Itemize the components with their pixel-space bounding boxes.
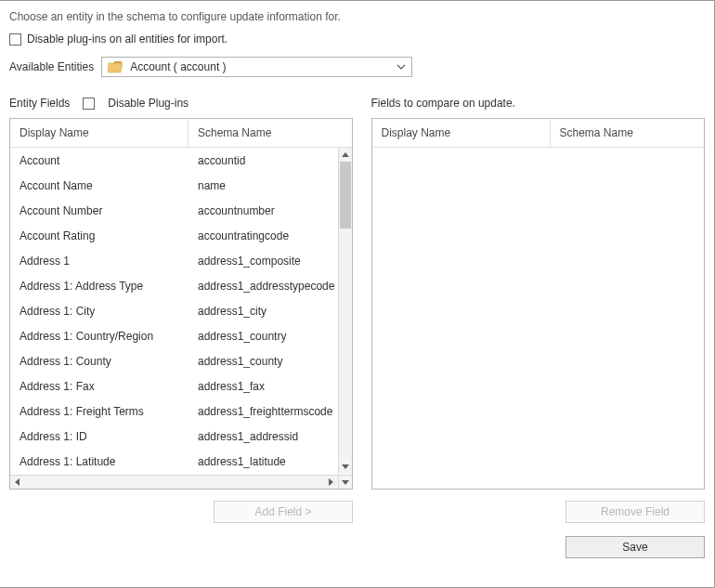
columns: Entity Fields Disable Plug-ins Display N… [9, 94, 705, 490]
entity-fields-head: Display Name Schema Name [10, 119, 352, 148]
cell-schema-name: address1_addressid [188, 430, 337, 443]
table-row[interactable]: Address 1: Freight Termsaddress1_freight… [10, 399, 337, 424]
disable-plugins-label: Disable Plug-ins [108, 97, 188, 110]
cell-display-name: Address 1: County [10, 355, 188, 368]
table-row[interactable]: Account Numberaccountnumber [10, 198, 337, 223]
cell-schema-name: address1_city [188, 305, 337, 318]
cell-display-name: Account Name [10, 179, 188, 192]
vertical-scrollbar[interactable] [338, 148, 352, 474]
cell-schema-name: address1_county [188, 355, 337, 368]
compare-fields-head: Display Name Schema Name [372, 119, 705, 148]
instruction-text: Choose an entity in the schema to config… [9, 10, 705, 23]
actions-row: Add Field > Remove Field [9, 501, 705, 523]
folder-icon [108, 60, 123, 73]
cell-schema-name: accountid [188, 154, 337, 167]
cell-display-name: Address 1: Freight Terms [10, 405, 188, 418]
table-row[interactable]: Address 1: Latitudeaddress1_latitude [10, 449, 337, 474]
horizontal-scrollbar[interactable] [10, 475, 338, 489]
config-window: Choose an entity in the schema to config… [0, 0, 715, 588]
cell-schema-name: address1_country [188, 330, 337, 343]
table-row[interactable]: Account Ratingaccountratingcode [10, 223, 337, 248]
cell-schema-name: address1_addresstypecode [188, 280, 337, 293]
right-column: Fields to compare on update. Display Nam… [371, 94, 706, 490]
table-row[interactable]: Address 1: Faxaddress1_fax [10, 373, 337, 399]
table-row[interactable]: Address 1: Cityaddress1_city [10, 298, 337, 323]
cell-schema-name: accountratingcode [188, 229, 337, 242]
cell-display-name: Address 1 [10, 255, 188, 268]
disable-all-plugins-checkbox[interactable] [9, 33, 21, 46]
cell-display-name: Address 1: Latitude [10, 455, 188, 468]
scroll-up-button[interactable] [339, 148, 352, 162]
disable-all-plugins-row: Disable plug-ins on all entities for imp… [9, 33, 705, 46]
compare-fields-title: Fields to compare on update. [371, 97, 515, 110]
table-row[interactable]: Address 1: IDaddress1_addressid [10, 424, 337, 449]
col-schema-name-right[interactable]: Schema Name [551, 119, 705, 147]
cell-schema-name: address1_composite [188, 255, 337, 268]
scroll-down-button[interactable] [339, 460, 352, 474]
cell-display-name: Address 1: ID [10, 430, 188, 443]
entity-fields-title: Entity Fields [9, 97, 70, 110]
vscroll-thumb[interactable] [340, 162, 351, 229]
scroll-left-button[interactable] [10, 476, 24, 489]
table-row[interactable]: Account Namename [10, 173, 337, 198]
table-row[interactable]: Address 1address1_composite [10, 248, 337, 273]
hscroll-track[interactable] [24, 476, 324, 489]
cell-schema-name: name [188, 179, 337, 192]
cell-schema-name: accountnumber [188, 204, 337, 217]
save-button[interactable]: Save [566, 536, 705, 558]
left-column: Entity Fields Disable Plug-ins Display N… [9, 94, 353, 490]
add-field-button[interactable]: Add Field > [214, 501, 353, 523]
available-entities-label: Available Entities [9, 60, 94, 73]
scroll-corner[interactable] [338, 475, 352, 489]
compare-fields-list: Display Name Schema Name [371, 118, 706, 490]
chevron-down-icon [396, 62, 406, 72]
left-header-row: Entity Fields Disable Plug-ins [9, 94, 353, 112]
cell-display-name: Account Number [10, 204, 188, 217]
save-row: Save [9, 536, 705, 558]
entity-fields-rows: AccountaccountidAccount NamenameAccount … [10, 148, 337, 474]
available-entities-row: Available Entities Account ( account ) [9, 57, 705, 77]
col-display-name-right[interactable]: Display Name [372, 119, 551, 147]
vscroll-track[interactable] [339, 162, 352, 460]
right-header-row: Fields to compare on update. [371, 94, 706, 112]
entity-dropdown-value: Account ( account ) [130, 60, 396, 73]
cell-display-name: Address 1: Address Type [10, 280, 188, 293]
entity-fields-list: Display Name Schema Name Accountaccounti… [9, 118, 353, 490]
entity-fields-body: AccountaccountidAccount NamenameAccount … [10, 148, 352, 489]
scroll-right-button[interactable] [324, 476, 338, 489]
col-display-name[interactable]: Display Name [10, 119, 188, 147]
disable-plugins-checkbox[interactable] [83, 98, 95, 110]
cell-display-name: Address 1: Country/Region [10, 330, 188, 343]
cell-schema-name: address1_fax [188, 380, 337, 393]
remove-field-button[interactable]: Remove Field [566, 501, 705, 523]
cell-display-name: Address 1: Fax [10, 380, 188, 393]
cell-display-name: Account [10, 154, 188, 167]
cell-schema-name: address1_freighttermscode [188, 405, 337, 418]
cell-schema-name: address1_latitude [188, 455, 337, 468]
disable-all-plugins-label: Disable plug-ins on all entities for imp… [27, 33, 228, 46]
table-row[interactable]: Accountaccountid [10, 148, 337, 173]
cell-display-name: Account Rating [10, 229, 188, 242]
table-row[interactable]: Address 1: Address Typeaddress1_addresst… [10, 273, 337, 298]
entity-dropdown[interactable]: Account ( account ) [101, 57, 412, 77]
table-row[interactable]: Address 1: Countyaddress1_county [10, 348, 337, 373]
cell-display-name: Address 1: City [10, 305, 188, 318]
col-schema-name[interactable]: Schema Name [188, 119, 352, 147]
table-row[interactable]: Address 1: Country/Regionaddress1_countr… [10, 323, 337, 348]
